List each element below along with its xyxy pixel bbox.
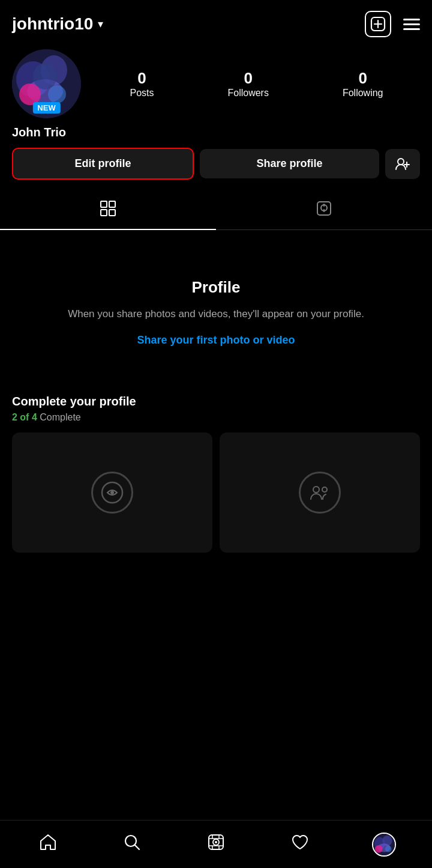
- avatar-container[interactable]: NEW: [12, 49, 81, 118]
- complete-card-profile[interactable]: [220, 432, 420, 553]
- svg-point-29: [215, 841, 217, 843]
- svg-point-40: [375, 845, 383, 852]
- svg-point-41: [385, 845, 392, 852]
- svg-point-23: [313, 487, 319, 493]
- header-right: [365, 11, 420, 37]
- heart-icon: [291, 833, 309, 855]
- followers-count: 0: [244, 69, 252, 88]
- menu-button[interactable]: [403, 19, 420, 30]
- stats-row: 0 Posts 0 Followers 0 Following: [93, 69, 420, 99]
- complete-progress-rest: Complete: [37, 412, 81, 422]
- posts-count: 0: [137, 69, 146, 88]
- svg-point-8: [48, 85, 66, 103]
- svg-rect-15: [101, 210, 107, 216]
- new-badge: NEW: [32, 102, 60, 114]
- action-buttons: Edit profile Share profile: [12, 148, 420, 180]
- edit-profile-button[interactable]: Edit profile: [12, 148, 194, 180]
- add-post-button[interactable]: [365, 11, 391, 37]
- tagged-icon: [316, 200, 332, 221]
- complete-profile-title: Complete your profile: [12, 395, 420, 408]
- svg-point-10: [398, 159, 404, 165]
- header-left: johntrio10 ▾: [12, 14, 103, 34]
- nav-search[interactable]: [114, 827, 150, 863]
- complete-profile-section: Complete your profile 2 of 4 Complete: [0, 383, 432, 559]
- add-person-button[interactable]: [385, 149, 420, 179]
- share-profile-button[interactable]: Share profile: [200, 149, 379, 178]
- nav-reels[interactable]: [198, 827, 234, 863]
- svg-rect-13: [101, 201, 107, 207]
- svg-line-26: [135, 845, 139, 849]
- stat-followers[interactable]: 0 Followers: [227, 69, 268, 99]
- svg-point-9: [33, 63, 57, 90]
- following-label: Following: [343, 88, 383, 99]
- share-first-photo-link[interactable]: Share your first photo or video: [137, 334, 295, 347]
- tab-grid[interactable]: [0, 192, 216, 229]
- profile-section: NEW 0 Posts 0 Followers 0 Following John…: [0, 43, 432, 180]
- profile-name: John Trio: [12, 126, 66, 139]
- stat-posts[interactable]: 0 Posts: [130, 69, 154, 99]
- nav-home[interactable]: [30, 827, 66, 863]
- reels-icon: [207, 833, 225, 855]
- app-header: johntrio10 ▾: [0, 0, 432, 43]
- complete-profile-subtitle: 2 of 4 Complete: [12, 412, 420, 423]
- chat-bubble-icon: [91, 472, 133, 514]
- empty-profile-title: Profile: [192, 278, 241, 297]
- svg-point-22: [110, 491, 114, 494]
- nav-profile[interactable]: [366, 827, 402, 863]
- username-label[interactable]: johntrio10: [12, 14, 93, 34]
- svg-point-24: [322, 487, 327, 492]
- chevron-down-icon[interactable]: ▾: [98, 17, 103, 31]
- home-icon: [39, 833, 57, 855]
- empty-profile-desc: When you share photos and videos, they'l…: [68, 306, 364, 322]
- svg-rect-16: [109, 210, 115, 216]
- empty-profile-state: Profile When you share photos and videos…: [0, 230, 432, 383]
- stat-following[interactable]: 0 Following: [343, 69, 383, 99]
- nav-profile-avatar: [372, 833, 396, 857]
- profile-name-row: John Trio: [12, 126, 420, 139]
- grid-icon: [100, 200, 116, 221]
- profile-top: NEW 0 Posts 0 Followers 0 Following: [12, 49, 420, 118]
- following-count: 0: [358, 69, 367, 88]
- complete-progress-green: 2 of 4: [12, 412, 37, 422]
- nav-activity[interactable]: [282, 827, 318, 863]
- posts-label: Posts: [130, 88, 154, 99]
- person-group-icon: [299, 472, 341, 514]
- profile-tabs: [0, 192, 432, 230]
- bottom-nav: [0, 820, 432, 868]
- complete-card-chat[interactable]: [12, 432, 212, 553]
- complete-cards-row: [12, 432, 420, 553]
- svg-rect-14: [109, 201, 115, 207]
- tab-tagged[interactable]: [216, 192, 432, 229]
- search-icon: [123, 833, 141, 855]
- followers-label: Followers: [227, 88, 268, 99]
